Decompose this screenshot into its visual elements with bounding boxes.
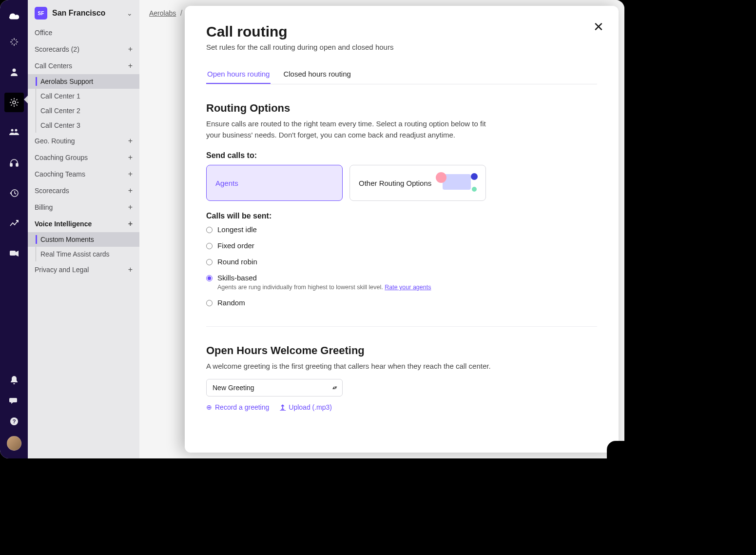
sparkle-icon[interactable] bbox=[4, 32, 24, 52]
workspace-name: San Francisco bbox=[52, 9, 122, 18]
upload-mp3-button[interactable]: ↥ Upload (.mp3) bbox=[280, 403, 332, 411]
sidebar-item-scorecards2[interactable]: Scorecards (2)+ bbox=[28, 41, 139, 58]
record-greeting-button[interactable]: ⊕ Record a greeting bbox=[206, 403, 269, 411]
breadcrumb-aerolabs[interactable]: Aerolabs bbox=[149, 9, 176, 17]
greeting-desc: A welcome greeting is the first greeting… bbox=[206, 361, 597, 372]
modal-subtitle: Set rules for the call routing during op… bbox=[206, 43, 597, 51]
sidebar-item-callcenters[interactable]: Call Centers+ bbox=[28, 58, 139, 74]
routing-heading: Routing Options bbox=[206, 102, 597, 115]
team-icon[interactable] bbox=[4, 123, 24, 142]
sidebar-item-billing[interactable]: Billing+ bbox=[28, 199, 139, 216]
svg-point-1 bbox=[13, 101, 16, 104]
card-agents[interactable]: Agents bbox=[206, 165, 343, 201]
svg-rect-7 bbox=[10, 251, 16, 256]
call-routing-modal: ✕ Call routing Set rules for the call ro… bbox=[185, 6, 619, 453]
video-icon[interactable] bbox=[4, 244, 24, 263]
select-caret-icon: ▴▾ bbox=[332, 384, 336, 391]
svg-point-3 bbox=[15, 129, 17, 132]
logo-icon bbox=[8, 12, 20, 21]
radio-round-robin[interactable]: Round robin bbox=[206, 258, 597, 266]
greeting-heading: Open Hours Welcome Greeting bbox=[206, 344, 597, 357]
plus-icon[interactable]: + bbox=[128, 203, 133, 211]
tab-closed-hours[interactable]: Closed hours routing bbox=[282, 65, 351, 84]
rate-agents-link[interactable]: Rate your agents bbox=[385, 284, 431, 291]
sidebar-item-scorecards[interactable]: Scorecards+ bbox=[28, 182, 139, 199]
sidebar-nav: Office Scorecards (2)+ Call Centers+ Aer… bbox=[28, 24, 139, 278]
plus-icon[interactable]: + bbox=[128, 170, 133, 178]
send-to-label: Send calls to: bbox=[206, 151, 597, 160]
corner-mask bbox=[607, 441, 624, 458]
upload-icon: ↥ bbox=[280, 403, 286, 411]
svg-rect-5 bbox=[16, 163, 18, 166]
radio-longest-idle[interactable]: Longest idle bbox=[206, 225, 597, 234]
settings-icon[interactable] bbox=[4, 93, 24, 112]
svg-point-0 bbox=[12, 69, 16, 72]
sidebar-sub-cc3[interactable]: Call Center 3 bbox=[28, 118, 139, 133]
chevron-down-icon: ⌄ bbox=[127, 9, 133, 17]
sidebar-item-georouting[interactable]: Geo. Routing+ bbox=[28, 133, 139, 149]
plus-icon[interactable]: + bbox=[128, 137, 133, 145]
calls-sent-label: Calls will be sent: bbox=[206, 212, 597, 220]
sidebar-sub-cc2[interactable]: Call Center 2 bbox=[28, 103, 139, 118]
sidebar-item-coachingteams[interactable]: Caoching Teams+ bbox=[28, 166, 139, 182]
routing-section: Routing Options Ensure calls are routed … bbox=[206, 102, 597, 307]
user-icon[interactable] bbox=[4, 62, 24, 82]
icon-rail: ? bbox=[0, 0, 28, 458]
sidebar-item-privacy[interactable]: Privacy and Legal+ bbox=[28, 261, 139, 278]
routing-radios: Longest idle Fixed order Round robin Ski… bbox=[206, 225, 597, 307]
greeting-select[interactable]: New Greeting ▴▾ bbox=[206, 379, 343, 396]
plus-icon[interactable]: + bbox=[128, 154, 133, 161]
plus-circle-icon: ⊕ bbox=[206, 403, 212, 411]
close-icon[interactable]: ✕ bbox=[593, 20, 604, 33]
card-other-routing[interactable]: Other Routing Options bbox=[349, 165, 486, 201]
history-icon[interactable] bbox=[4, 183, 24, 203]
tab-open-hours[interactable]: Open hours routing bbox=[206, 65, 271, 84]
sidebar: SF San Francisco ⌄ Office Scorecards (2)… bbox=[28, 0, 139, 458]
greeting-section: Open Hours Welcome Greeting A welcome gr… bbox=[206, 344, 597, 411]
plus-icon[interactable]: + bbox=[128, 62, 133, 70]
plus-icon[interactable]: + bbox=[128, 266, 133, 274]
svg-point-2 bbox=[11, 129, 13, 132]
trend-icon[interactable] bbox=[4, 214, 24, 233]
sidebar-sub-custommoments[interactable]: Custom Moments bbox=[28, 232, 139, 247]
workspace-switcher[interactable]: SF San Francisco ⌄ bbox=[28, 0, 139, 24]
avatar[interactable] bbox=[7, 436, 21, 451]
plus-icon[interactable]: + bbox=[128, 45, 133, 53]
chat-icon[interactable] bbox=[4, 395, 24, 407]
routing-illustration bbox=[438, 174, 477, 192]
plus-icon[interactable]: + bbox=[128, 187, 133, 195]
sidebar-sub-cc1[interactable]: Call Center 1 bbox=[28, 89, 139, 103]
headset-icon[interactable] bbox=[4, 153, 24, 173]
sidebar-item-voiceintel[interactable]: Voice Intelligence+ bbox=[28, 216, 139, 232]
svg-rect-4 bbox=[10, 163, 12, 166]
radio-skills-based[interactable]: Skills-based Agents are rung individuall… bbox=[206, 274, 597, 291]
svg-text:?: ? bbox=[12, 418, 16, 424]
radio-random[interactable]: Random bbox=[206, 298, 597, 307]
sidebar-sub-rtassist[interactable]: Real Time Assist cards bbox=[28, 247, 139, 261]
routing-desc: Ensure calls are routed to the right tea… bbox=[206, 119, 499, 140]
help-icon[interactable]: ? bbox=[4, 416, 24, 427]
sidebar-item-coachinggroups[interactable]: Coaching Groups+ bbox=[28, 149, 139, 166]
divider bbox=[206, 326, 597, 327]
modal-tabs: Open hours routing Closed hours routing bbox=[206, 65, 597, 84]
sidebar-item-office[interactable]: Office bbox=[28, 24, 139, 41]
plus-icon[interactable]: + bbox=[128, 220, 133, 228]
workspace-badge: SF bbox=[35, 7, 47, 20]
bell-icon[interactable] bbox=[4, 375, 24, 386]
sidebar-sub-aerolabs[interactable]: Aerolabs Support bbox=[28, 74, 139, 89]
radio-fixed-order[interactable]: Fixed order bbox=[206, 241, 597, 250]
modal-title: Call routing bbox=[206, 23, 597, 40]
